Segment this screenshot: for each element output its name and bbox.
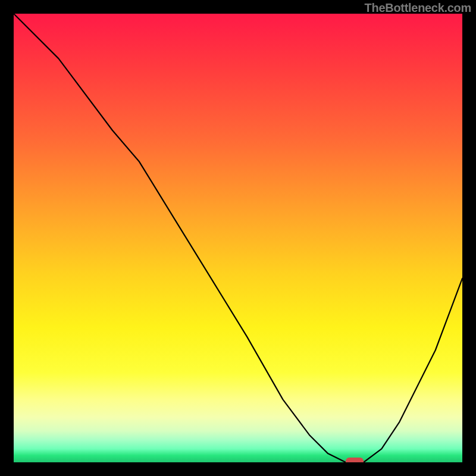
- plot-area: [14, 14, 462, 462]
- bottleneck-curve: [14, 14, 462, 462]
- chart-container: TheBottleneck.com: [0, 0, 476, 476]
- optimal-marker: [346, 458, 364, 462]
- watermark-label: TheBottleneck.com: [365, 1, 471, 15]
